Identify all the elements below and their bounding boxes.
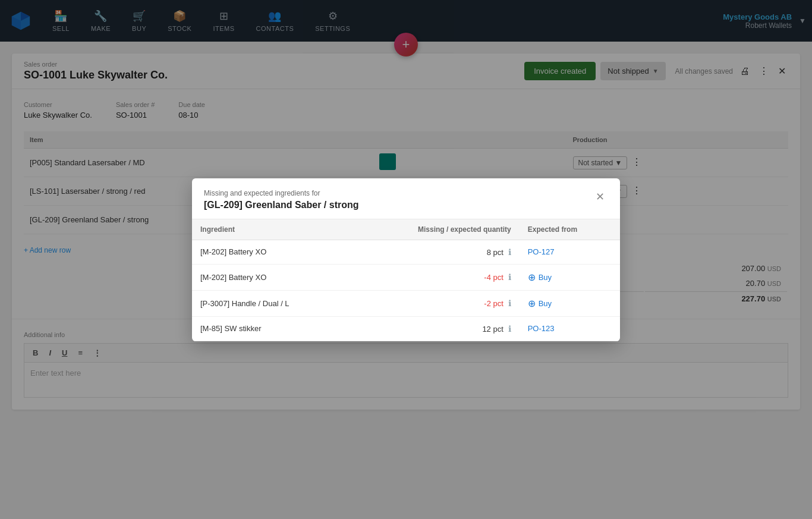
qty-value: -4 pct: [484, 273, 503, 282]
modal-ingredient-row: [P-3007] Handle / Dual / L-2 pct ℹ⊕ Buy: [192, 290, 620, 316]
modal-header: Missing and expected ingredients for [GL…: [192, 178, 620, 219]
info-icon[interactable]: ℹ: [506, 324, 511, 334]
info-icon[interactable]: ℹ: [506, 272, 511, 282]
col-expected-header: Expected from: [520, 219, 620, 240]
info-icon[interactable]: ℹ: [506, 247, 511, 257]
po-link[interactable]: PO-123: [528, 324, 555, 333]
buy-button[interactable]: ⊕ Buy: [528, 298, 552, 309]
modal-close-button[interactable]: ✕: [592, 189, 608, 205]
modal-subtitle: Missing and expected ingredients for: [204, 189, 359, 197]
modal-ingredients-table: Ingredient Missing / expected quantity E…: [192, 219, 620, 341]
col-ingredient-header: Ingredient: [192, 219, 353, 240]
po-link[interactable]: PO-127: [528, 247, 555, 256]
modal-body: Ingredient Missing / expected quantity E…: [192, 219, 620, 341]
expected-from: ⊕ Buy: [520, 290, 620, 316]
buy-plus-icon: ⊕: [528, 298, 536, 309]
expected-from: ⊕ Buy: [520, 264, 620, 290]
qty-value: 12 pct: [482, 325, 503, 334]
ingredient-name: [M-202] Battery XO: [192, 240, 353, 264]
modal-table-header: Ingredient Missing / expected quantity E…: [192, 219, 620, 240]
ingredient-qty: 8 pct ℹ: [353, 240, 520, 264]
qty-value: 8 pct: [487, 248, 503, 257]
ingredient-name: [P-3007] Handle / Dual / L: [192, 290, 353, 316]
ingredients-modal: Missing and expected ingredients for [GL…: [192, 178, 620, 341]
ingredient-name: [M-202] Battery XO: [192, 264, 353, 290]
buy-plus-icon: ⊕: [528, 272, 536, 283]
modal-ingredient-row: [M-202] Battery XO-4 pct ℹ⊕ Buy: [192, 264, 620, 290]
expected-from: PO-123: [520, 316, 620, 341]
modal-ingredient-row: [M-202] Battery XO8 pct ℹPO-127: [192, 240, 620, 264]
qty-value: -2 pct: [484, 299, 503, 308]
expected-from: PO-127: [520, 240, 620, 264]
ingredient-qty: 12 pct ℹ: [353, 316, 520, 341]
buy-button[interactable]: ⊕ Buy: [528, 272, 552, 283]
info-icon[interactable]: ℹ: [506, 298, 511, 308]
ingredient-qty: -4 pct ℹ: [353, 264, 520, 290]
modal-overlay[interactable]: Missing and expected ingredients for [GL…: [0, 0, 812, 422]
col-qty-header: Missing / expected quantity: [353, 219, 520, 240]
modal-title: [GL-209] Greenland Saber / strong: [204, 200, 359, 210]
ingredient-name: [M-85] SW stikker: [192, 316, 353, 341]
modal-ingredient-row: [M-85] SW stikker12 pct ℹPO-123: [192, 316, 620, 341]
modal-title-area: Missing and expected ingredients for [GL…: [204, 189, 359, 210]
ingredient-qty: -2 pct ℹ: [353, 290, 520, 316]
